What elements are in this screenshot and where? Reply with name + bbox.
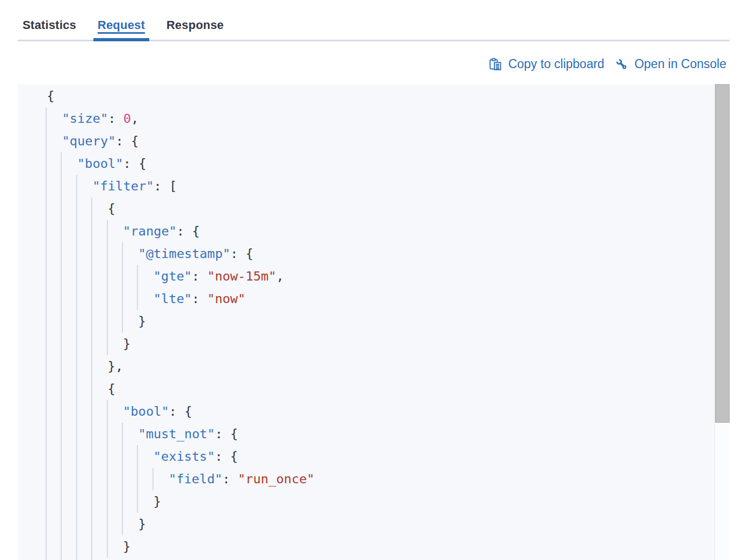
indent-guide xyxy=(122,445,123,468)
indent-guide xyxy=(46,468,47,490)
indent-guide xyxy=(61,355,62,378)
indent-guide xyxy=(137,490,138,513)
indent-guide xyxy=(91,220,92,242)
indent-guide xyxy=(107,490,108,513)
code-line: "size": 0, xyxy=(46,107,730,130)
indent-guide xyxy=(107,288,108,310)
copy-to-clipboard-button[interactable]: Copy to clipboard xyxy=(489,57,604,71)
indent-guide xyxy=(76,310,77,333)
indent-guide xyxy=(122,490,123,513)
indent-guide xyxy=(46,355,47,378)
code-line: "bool": { xyxy=(46,152,730,175)
code-line: "field": "run_once" xyxy=(46,468,730,490)
open-in-console-label: Open in Console xyxy=(635,57,726,71)
indent-guide xyxy=(91,513,92,535)
indent-guide xyxy=(152,468,154,490)
code-line: } xyxy=(46,333,730,355)
indent-guide xyxy=(46,423,47,445)
code-line: } xyxy=(46,535,730,558)
indent-guide xyxy=(61,558,62,560)
indent-guide xyxy=(46,400,47,423)
tab-statistics[interactable]: Statistics xyxy=(18,4,81,40)
indent-guide xyxy=(91,288,92,310)
code-line: "range": { xyxy=(46,220,730,242)
indent-guide xyxy=(76,242,77,265)
indent-guide xyxy=(76,378,77,400)
indent-guide xyxy=(61,513,62,535)
tab-response[interactable]: Response xyxy=(162,4,228,40)
indent-guide xyxy=(91,445,92,468)
code-line: "lte": "now" xyxy=(46,288,730,310)
indent-guide xyxy=(46,220,47,242)
indent-guide xyxy=(46,558,47,560)
indent-guide xyxy=(76,445,77,468)
indent-guide xyxy=(46,310,47,333)
indent-guide xyxy=(76,197,77,220)
indent-guide xyxy=(122,265,123,288)
request-actions: Copy to clipboard Open in Console xyxy=(489,54,726,74)
indent-guide xyxy=(61,242,62,265)
code-line: "exists": { xyxy=(46,445,730,468)
inspector-tab-bar: Statistics Request Response xyxy=(18,0,730,41)
indent-guide xyxy=(76,333,77,355)
indent-guide xyxy=(46,513,47,535)
indent-guide xyxy=(61,333,62,355)
code-line: "query": { xyxy=(46,130,730,152)
indent-guide xyxy=(91,535,92,558)
indent-guide xyxy=(91,400,92,423)
indent-guide xyxy=(61,265,62,288)
indent-guide xyxy=(91,468,92,490)
indent-guide xyxy=(107,468,108,490)
indent-guide xyxy=(61,378,62,400)
indent-guide xyxy=(46,197,47,220)
code-line: }, xyxy=(46,355,730,378)
copy-clipboard-icon xyxy=(489,58,501,70)
indent-guide xyxy=(76,490,77,513)
indent-guide xyxy=(91,310,92,333)
indent-guide xyxy=(107,333,108,355)
indent-guide xyxy=(61,220,62,242)
indent-guide xyxy=(122,468,123,490)
indent-guide xyxy=(91,423,92,445)
indent-guide xyxy=(122,513,123,535)
indent-guide xyxy=(76,220,77,242)
code-line: "gte": "now-15m", xyxy=(46,265,730,288)
indent-guide xyxy=(61,535,62,558)
code-line: } xyxy=(46,558,730,560)
indent-guide xyxy=(46,242,47,265)
code-lines: {"size": 0,"query": {"bool": {"filter": … xyxy=(46,85,730,560)
indent-guide xyxy=(61,152,62,175)
indent-guide xyxy=(61,400,62,423)
indent-guide xyxy=(46,175,47,197)
open-in-console-button[interactable]: Open in Console xyxy=(615,57,726,71)
indent-guide xyxy=(46,378,47,400)
indent-guide xyxy=(107,265,108,288)
copy-to-clipboard-label: Copy to clipboard xyxy=(508,57,604,71)
scrollbar-track[interactable] xyxy=(715,84,730,560)
indent-guide xyxy=(46,288,47,310)
indent-guide xyxy=(61,175,62,197)
indent-guide xyxy=(107,445,108,468)
indent-guide xyxy=(122,310,123,333)
indent-guide xyxy=(46,490,47,513)
indent-guide xyxy=(107,242,108,265)
code-line: } xyxy=(46,513,730,535)
indent-guide xyxy=(46,445,47,468)
indent-guide xyxy=(61,288,62,310)
indent-guide xyxy=(107,423,108,445)
code-line: "must_not": { xyxy=(46,423,730,445)
scrollbar-thumb[interactable] xyxy=(715,84,730,423)
indent-guide xyxy=(46,107,47,130)
code-line: { xyxy=(46,378,730,400)
indent-guide xyxy=(46,265,47,288)
indent-guide xyxy=(122,288,123,310)
indent-guide xyxy=(76,355,77,378)
indent-guide xyxy=(107,513,108,535)
indent-guide xyxy=(76,288,77,310)
indent-guide xyxy=(107,535,108,558)
code-line: "bool": { xyxy=(46,400,730,423)
code-line: } xyxy=(46,490,730,513)
code-line: { xyxy=(46,85,730,107)
tab-request[interactable]: Request xyxy=(93,4,149,40)
indent-guide xyxy=(137,445,138,468)
